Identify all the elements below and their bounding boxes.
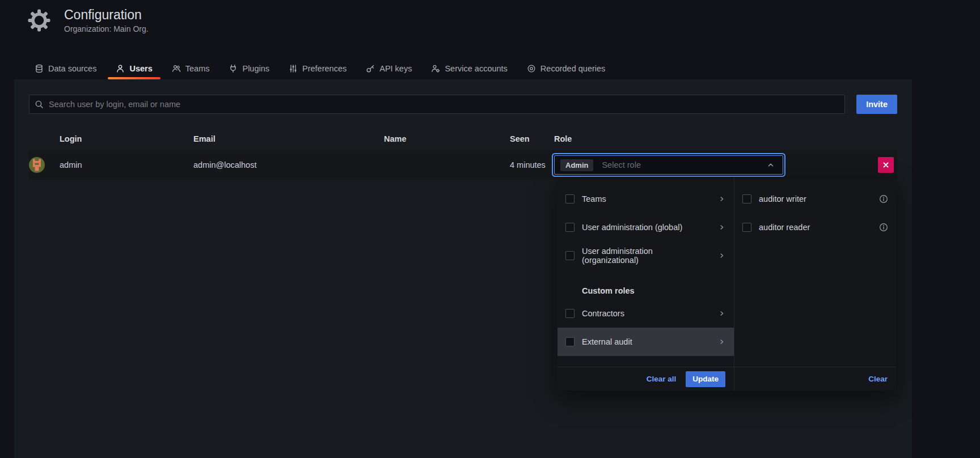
tab-label: Data sources bbox=[48, 65, 96, 73]
users-table: Login Email Name Seen Role bbox=[29, 128, 897, 180]
tab-label: Teams bbox=[185, 65, 210, 73]
database-icon bbox=[35, 64, 44, 73]
tab-data-sources[interactable]: Data sources bbox=[25, 59, 106, 78]
chevron-right-icon bbox=[718, 252, 726, 260]
submenu-item-auditor-writer[interactable]: auditor writer bbox=[734, 185, 896, 213]
column-header-seen: Seen bbox=[505, 134, 554, 143]
clear-all-link[interactable]: Clear all bbox=[647, 375, 677, 383]
seen-cell: 4 minutes bbox=[505, 160, 554, 169]
tab-api-keys[interactable]: API keys bbox=[356, 59, 421, 78]
tab-teams[interactable]: Teams bbox=[162, 59, 219, 78]
login-cell: admin bbox=[55, 160, 189, 169]
menu-item-label: Contractors bbox=[582, 309, 624, 318]
chevron-right-icon bbox=[718, 338, 726, 346]
role-picker[interactable]: Admin Select role bbox=[554, 155, 783, 175]
search-input[interactable] bbox=[29, 95, 845, 114]
record-icon bbox=[527, 64, 536, 73]
column-header-login: Login bbox=[55, 134, 189, 143]
tab-preferences[interactable]: Preferences bbox=[279, 59, 356, 78]
role-picker-placeholder: Select role bbox=[602, 160, 641, 169]
email-cell: admin@localhost bbox=[189, 160, 379, 169]
caret-up-icon bbox=[766, 160, 777, 169]
tab-label: Preferences bbox=[302, 65, 347, 73]
role-menu-panel: Teams User administration (global) User … bbox=[557, 178, 734, 391]
menu-item-label: Teams bbox=[582, 194, 606, 203]
tab-label: API keys bbox=[379, 65, 412, 73]
role-submenu-panel: auditor writer auditor reader bbox=[734, 178, 896, 391]
page-title: Configuration bbox=[64, 7, 149, 22]
menu-item-label: User administration (global) bbox=[582, 223, 682, 232]
tab-label: Users bbox=[129, 65, 152, 73]
role-menu-item-teams[interactable]: Teams bbox=[557, 185, 734, 213]
actions-cell bbox=[871, 157, 897, 173]
role-picker-menu: Teams User administration (global) User … bbox=[557, 178, 896, 391]
tab-plugins[interactable]: Plugins bbox=[219, 59, 279, 78]
plug-icon bbox=[229, 64, 238, 73]
table-row: admin admin@localhost 4 minutes Admin Se… bbox=[29, 150, 897, 180]
role-menu-footer: Clear all Update bbox=[557, 367, 734, 391]
role-menu-item-user-administration-organizational[interactable]: User administration (organizational) bbox=[557, 241, 734, 270]
checkbox[interactable] bbox=[565, 309, 575, 318]
role-menu-list: Teams User administration (global) User … bbox=[557, 178, 734, 367]
menu-item-label: auditor reader bbox=[759, 223, 810, 232]
menu-item-label: User administration (organizational) bbox=[582, 247, 711, 265]
tab-label: Service accounts bbox=[445, 65, 507, 73]
close-icon bbox=[881, 160, 890, 169]
sliders-icon bbox=[289, 64, 298, 73]
info-icon[interactable] bbox=[879, 223, 888, 232]
search-input-wrap bbox=[29, 95, 845, 114]
tab-label: Recorded queries bbox=[540, 65, 605, 73]
tab-label: Plugins bbox=[242, 65, 269, 73]
avatar-cell bbox=[29, 157, 55, 173]
column-header-role: Role bbox=[554, 134, 871, 143]
tab-service-accounts[interactable]: Service accounts bbox=[421, 59, 517, 78]
delete-user-button[interactable] bbox=[878, 157, 894, 173]
checkbox[interactable] bbox=[565, 223, 575, 232]
table-header-row: Login Email Name Seen Role bbox=[29, 128, 897, 150]
menu-item-label: External audit bbox=[582, 337, 632, 346]
page-subtitle: Organization: Main Org. bbox=[64, 24, 149, 33]
key-icon bbox=[366, 64, 375, 73]
column-header-email: Email bbox=[189, 134, 379, 143]
role-badge: Admin bbox=[560, 159, 593, 171]
users-toolbar: Invite bbox=[29, 95, 897, 114]
chevron-right-icon bbox=[718, 309, 726, 317]
checkbox[interactable] bbox=[742, 194, 751, 203]
gear-icon bbox=[27, 9, 51, 32]
checkbox[interactable] bbox=[565, 194, 575, 203]
chevron-right-icon bbox=[718, 223, 726, 231]
avatar bbox=[29, 157, 45, 173]
page-header: Configuration Organization: Main Org. bbox=[27, 7, 149, 33]
checkbox[interactable] bbox=[742, 223, 751, 232]
chevron-right-icon bbox=[718, 195, 726, 203]
tab-bar: Data sources Users Teams bbox=[25, 59, 615, 78]
users-icon bbox=[172, 64, 181, 73]
tab-users[interactable]: Users bbox=[106, 59, 162, 78]
role-submenu-list: auditor writer auditor reader bbox=[734, 178, 896, 367]
update-button[interactable]: Update bbox=[686, 371, 725, 387]
tab-recorded-queries[interactable]: Recorded queries bbox=[517, 59, 615, 78]
role-cell: Admin Select role bbox=[554, 155, 871, 175]
checkbox[interactable] bbox=[565, 337, 575, 346]
menu-item-label: auditor writer bbox=[759, 194, 806, 203]
clear-link[interactable]: Clear bbox=[868, 375, 888, 383]
checkbox[interactable] bbox=[565, 251, 575, 260]
role-menu-item-external-audit[interactable]: External audit bbox=[557, 328, 734, 356]
service-account-icon bbox=[431, 64, 440, 73]
role-menu-item-user-administration-global[interactable]: User administration (global) bbox=[557, 213, 734, 241]
submenu-item-auditor-reader[interactable]: auditor reader bbox=[734, 213, 896, 241]
role-menu-item-contractors[interactable]: Contractors bbox=[557, 299, 734, 328]
invite-button[interactable]: Invite bbox=[856, 95, 897, 114]
role-submenu-footer: Clear bbox=[734, 367, 896, 391]
user-icon bbox=[116, 64, 125, 73]
custom-roles-section-header: Custom roles bbox=[557, 282, 734, 299]
column-header-name: Name bbox=[379, 134, 505, 143]
info-icon[interactable] bbox=[879, 194, 888, 203]
